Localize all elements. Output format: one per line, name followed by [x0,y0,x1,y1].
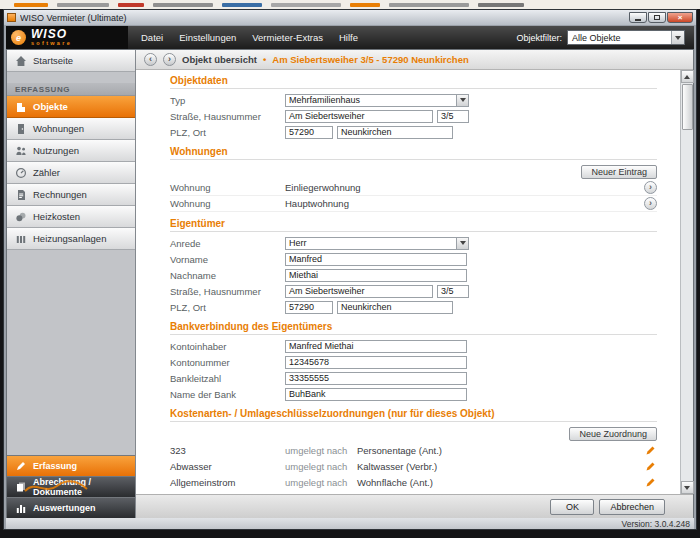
kontonummer-input[interactable]: 12345678 [285,356,467,369]
sidebar-item-label: Heizungsanlagen [33,233,106,244]
nav-group-label: Erfassung [33,461,77,471]
anrede-value: Herr [289,238,307,248]
hausnummer-input[interactable]: 3/5 [437,110,469,123]
sidebar-item-wohnungen[interactable]: Wohnungen [7,118,135,140]
chevron-down-icon[interactable] [456,95,468,106]
close-button[interactable]: × [667,12,693,23]
form-row-kontoinhaber: Kontoinhaber Manfred Miethai [170,338,657,354]
vorname-value: Manfred [289,254,322,264]
app-window: WISO Vermieter (Ultimate) × e WISO softw… [3,9,697,530]
wiso-logo: e WISO software [6,26,128,49]
ort-input[interactable]: Neunkirchen [337,301,453,314]
brand-name: WISO [31,28,72,40]
vertical-scrollbar[interactable] [680,70,693,494]
objektfilter-label: Objektfilter: [516,33,562,43]
section-title: Wohnungen [170,146,657,157]
background-text-fragment [389,3,469,7]
nachname-input[interactable]: Miethai [285,269,467,282]
sidebar-item-heizungsanlagen[interactable]: Heizungsanlagen [7,228,135,250]
kontoinhaber-input[interactable]: Manfred Miethai [285,340,467,353]
row-value: Einliegerwohnung [285,182,361,193]
maximize-button[interactable] [648,12,666,23]
kostenart-key: Personentage (Ant.) [357,445,442,456]
sidebar-item-heizkosten[interactable]: Heizkosten [7,206,135,228]
maximize-icon [654,15,660,20]
bankleitzahl-input[interactable]: 33355555 [285,372,467,385]
kostenart-relation: umgelegt nach [285,477,357,488]
hausnummer-input[interactable]: 3/5 [437,285,469,298]
field-label: Kontoinhaber [170,341,285,352]
kostenart-relation: umgelegt nach [285,461,357,472]
plz-input[interactable]: 57290 [285,301,333,314]
menu-items: Datei Einstellungen Vermieter-Extras Hil… [141,32,358,43]
wohnung-row[interactable]: Wohnung Hauptwohnung › [170,196,657,212]
ok-button[interactable]: OK [550,499,594,515]
wohnung-row[interactable]: Wohnung Einliegerwohnung › [170,180,657,196]
scroll-down-button[interactable] [681,481,694,494]
forward-button[interactable]: › [163,53,176,66]
menu-vermieter-extras[interactable]: Vermieter-Extras [252,32,323,43]
cancel-button[interactable]: Abbrechen [599,499,665,515]
minimize-icon [635,19,641,21]
form-row-plz-ort: PLZ, Ort 57290 Neunkirchen [170,124,657,140]
edit-pencil-icon[interactable] [644,444,657,457]
strasse-input[interactable]: Am Siebertsweiher [285,285,433,298]
minimize-button[interactable] [629,12,647,23]
bankname-input[interactable]: BuhBank [285,388,467,401]
kostenart-row: Abwasser umgelegt nach Kaltwasser (Verbr… [170,458,657,474]
vorname-input[interactable]: Manfred [285,253,467,266]
objektfilter-select[interactable]: Alle Objekte [567,30,685,45]
nav-group-label: Abrechnung / Dokumente [33,477,135,497]
edit-pencil-icon[interactable] [644,476,657,489]
anrede-select[interactable]: Herr [285,237,469,250]
objektfilter-value: Alle Objekte [572,33,621,43]
menu-hilfe[interactable]: Hilfe [339,32,358,43]
strasse-input[interactable]: Am Siebertsweiher [285,110,433,123]
back-button[interactable]: ‹ [144,53,157,66]
nav-group-abrechnung-dokumente[interactable]: Abrechnung / Dokumente [7,476,135,497]
menu-datei[interactable]: Datei [141,32,163,43]
chart-icon [14,502,27,515]
scrollbar-thumb[interactable] [682,84,693,130]
hausnummer-value: 3/5 [441,111,454,121]
neue-zuordnung-button[interactable]: Neue Zuordnung [569,427,657,441]
chevron-down-icon[interactable] [671,31,684,44]
kostenart-key: Wohnfläche (Ant.) [357,477,433,488]
sidebar-item-label: Wohnungen [33,123,84,134]
field-label: Vorname [170,254,285,265]
neuer-eintrag-button[interactable]: Neuer Eintrag [581,165,657,179]
ort-input[interactable]: Neunkirchen [337,126,453,139]
nav-group-auswertungen[interactable]: Auswertungen [7,497,135,518]
menu-einstellungen[interactable]: Einstellungen [179,32,236,43]
kontonummer-value: 12345678 [289,357,329,367]
edit-pencil-icon[interactable] [644,460,657,473]
ort-value: Neunkirchen [341,302,392,312]
sidebar-item-label: Nutzungen [33,145,79,156]
strasse-value: Am Siebertsweiher [289,111,365,121]
section-title: Kostenarten- / Umlageschlüsselzuordnunge… [170,408,657,419]
scroll-up-button[interactable] [681,70,694,83]
open-row-button[interactable]: › [644,197,657,210]
field-label: Nachname [170,270,285,281]
typ-select[interactable]: Mehrfamilienhaus [285,94,469,107]
divider [170,159,657,160]
open-row-button[interactable]: › [644,181,657,194]
section-bankverbindung: Bankverbindung des Eigentümers Kontoinha… [170,321,657,402]
field-label: Name der Bank [170,389,285,400]
plz-input[interactable]: 57290 [285,126,333,139]
sidebar-item-startseite[interactable]: Startseite [7,50,135,72]
brand-icon: e [11,30,26,45]
chevron-down-icon[interactable] [456,238,468,249]
sidebar-item-zaehler[interactable]: Zähler [7,162,135,184]
sidebar-item-objekte[interactable]: Objekte [7,96,135,118]
objektfilter: Objektfilter: Alle Objekte [516,30,694,45]
nav-group-erfassung[interactable]: Erfassung [7,455,135,476]
sidebar-item-rechnungen[interactable]: Rechnungen [7,184,135,206]
form-row-kontonummer: Kontonummer 12345678 [170,354,657,370]
kostenart-name: 323 [170,445,285,456]
kostenart-row: Allgemeinstrom umgelegt nach Wohnfläche … [170,474,657,490]
sidebar-section-erfassung: ERFASSUNG [7,83,135,96]
sidebar-item-nutzungen[interactable]: Nutzungen [7,140,135,162]
window-title: WISO Vermieter (Ultimate) [20,13,625,23]
kostenart-row: 323 umgelegt nach Personentage (Ant.) [170,442,657,458]
